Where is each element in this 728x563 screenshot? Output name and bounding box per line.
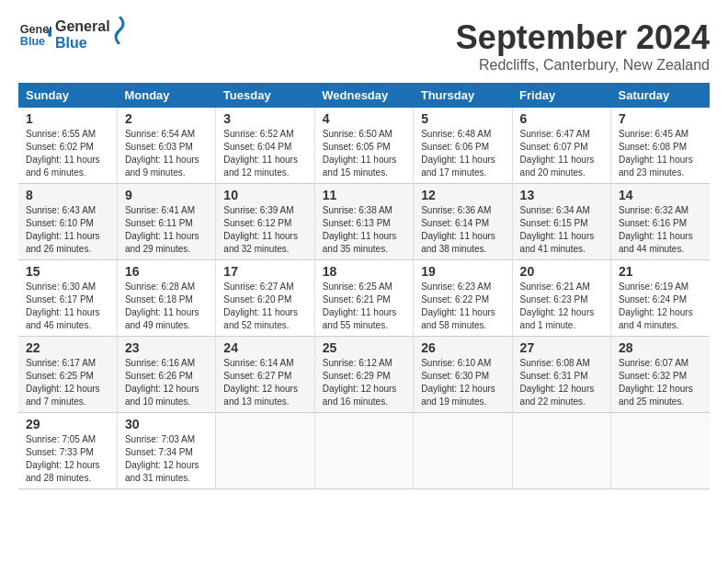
day-number: 24	[223, 340, 306, 355]
day-number: 3	[223, 111, 306, 126]
day-info: Sunrise: 6:23 AMSunset: 6:22 PMDaylight:…	[421, 281, 504, 332]
calendar-week-row: 8Sunrise: 6:43 AMSunset: 6:10 PMDaylight…	[18, 184, 710, 260]
logo-wave-icon	[110, 17, 129, 44]
calendar-cell: 11Sunrise: 6:38 AMSunset: 6:13 PMDayligh…	[314, 184, 413, 260]
day-info: Sunrise: 6:27 AMSunset: 6:20 PMDaylight:…	[223, 281, 306, 332]
day-info: Sunrise: 6:38 AMSunset: 6:13 PMDaylight:…	[323, 204, 405, 256]
calendar-table: SundayMondayTuesdayWednesdayThursdayFrid…	[18, 83, 710, 489]
day-info: Sunrise: 6:41 AMSunset: 6:11 PMDaylight:…	[125, 204, 208, 256]
day-info: Sunrise: 6:47 AMSunset: 6:07 PMDaylight:…	[520, 128, 603, 179]
subtitle: Redcliffs, Canterbury, New Zealand	[456, 57, 710, 74]
day-of-week-header: Wednesday	[314, 83, 413, 108]
day-number: 23	[125, 340, 208, 355]
calendar-cell: 1Sunrise: 6:55 AMSunset: 6:02 PMDaylight…	[18, 108, 117, 184]
day-number: 21	[619, 264, 702, 279]
svg-text:Blue: Blue	[20, 35, 45, 48]
day-number: 18	[323, 264, 405, 279]
calendar-week-row: 22Sunrise: 6:17 AMSunset: 6:25 PMDayligh…	[18, 337, 710, 413]
calendar-cell: 27Sunrise: 6:08 AMSunset: 6:31 PMDayligh…	[512, 337, 610, 413]
day-info: Sunrise: 6:12 AMSunset: 6:29 PMDaylight:…	[323, 357, 405, 408]
calendar-cell: 18Sunrise: 6:25 AMSunset: 6:21 PMDayligh…	[314, 260, 413, 337]
day-number: 11	[323, 188, 405, 202]
calendar-cell: 23Sunrise: 6:16 AMSunset: 6:26 PMDayligh…	[117, 337, 215, 413]
calendar-cell: 12Sunrise: 6:36 AMSunset: 6:14 PMDayligh…	[414, 184, 512, 260]
calendar-cell: 20Sunrise: 6:21 AMSunset: 6:23 PMDayligh…	[512, 260, 610, 337]
day-number: 13	[520, 188, 603, 202]
day-info: Sunrise: 6:55 AMSunset: 6:02 PMDaylight:…	[26, 128, 109, 179]
day-of-week-header: Sunday	[18, 83, 117, 108]
calendar-cell	[414, 413, 512, 489]
calendar-cell: 25Sunrise: 6:12 AMSunset: 6:29 PMDayligh…	[314, 337, 413, 413]
logo-general: General	[55, 18, 110, 35]
day-of-week-header: Friday	[512, 83, 610, 108]
calendar-cell: 24Sunrise: 6:14 AMSunset: 6:27 PMDayligh…	[216, 337, 314, 413]
day-info: Sunrise: 6:30 AMSunset: 6:17 PMDaylight:…	[26, 281, 109, 332]
day-info: Sunrise: 6:08 AMSunset: 6:31 PMDaylight:…	[520, 357, 603, 408]
calendar-week-row: 29Sunrise: 7:05 AMSunset: 7:33 PMDayligh…	[18, 413, 710, 489]
calendar-cell	[216, 413, 314, 489]
day-number: 9	[125, 188, 208, 202]
calendar-cell: 9Sunrise: 6:41 AMSunset: 6:11 PMDaylight…	[117, 184, 215, 260]
day-info: Sunrise: 6:28 AMSunset: 6:18 PMDaylight:…	[125, 281, 208, 332]
day-number: 19	[421, 264, 504, 279]
day-info: Sunrise: 6:32 AMSunset: 6:16 PMDaylight:…	[619, 204, 702, 256]
calendar-cell: 14Sunrise: 6:32 AMSunset: 6:16 PMDayligh…	[611, 184, 710, 260]
calendar-cell	[611, 413, 710, 489]
page-header: General Blue General Blue September 2024…	[18, 18, 710, 74]
day-number: 29	[26, 417, 109, 431]
calendar-cell: 26Sunrise: 6:10 AMSunset: 6:30 PMDayligh…	[414, 337, 512, 413]
day-info: Sunrise: 7:03 AMSunset: 7:34 PMDaylight:…	[125, 433, 208, 485]
day-info: Sunrise: 6:17 AMSunset: 6:25 PMDaylight:…	[26, 357, 109, 408]
day-info: Sunrise: 6:52 AMSunset: 6:04 PMDaylight:…	[223, 128, 306, 179]
day-number: 7	[619, 111, 702, 126]
day-number: 5	[421, 111, 504, 126]
calendar-cell: 17Sunrise: 6:27 AMSunset: 6:20 PMDayligh…	[216, 260, 314, 337]
calendar-cell: 15Sunrise: 6:30 AMSunset: 6:17 PMDayligh…	[18, 260, 117, 337]
day-number: 16	[125, 264, 208, 279]
day-info: Sunrise: 6:21 AMSunset: 6:23 PMDaylight:…	[520, 281, 603, 332]
main-title: September 2024	[456, 18, 710, 57]
calendar-cell	[512, 413, 610, 489]
day-number: 8	[26, 188, 109, 202]
day-info: Sunrise: 6:16 AMSunset: 6:26 PMDaylight:…	[125, 357, 208, 408]
title-section: September 2024 Redcliffs, Canterbury, Ne…	[456, 18, 710, 74]
logo-blue: Blue	[55, 35, 110, 52]
day-number: 15	[26, 264, 109, 279]
day-number: 30	[125, 417, 208, 431]
day-info: Sunrise: 6:25 AMSunset: 6:21 PMDaylight:…	[323, 281, 405, 332]
day-number: 4	[323, 111, 405, 126]
day-number: 27	[520, 340, 603, 355]
calendar-week-row: 1Sunrise: 6:55 AMSunset: 6:02 PMDaylight…	[18, 108, 710, 184]
calendar-cell: 28Sunrise: 6:07 AMSunset: 6:32 PMDayligh…	[611, 337, 710, 413]
day-number: 14	[619, 188, 702, 202]
calendar-cell	[314, 413, 413, 489]
calendar-cell: 10Sunrise: 6:39 AMSunset: 6:12 PMDayligh…	[216, 184, 314, 260]
calendar-cell: 5Sunrise: 6:48 AMSunset: 6:06 PMDaylight…	[414, 108, 512, 184]
calendar-cell: 29Sunrise: 7:05 AMSunset: 7:33 PMDayligh…	[18, 413, 117, 489]
day-info: Sunrise: 6:39 AMSunset: 6:12 PMDaylight:…	[223, 204, 306, 256]
day-number: 6	[520, 111, 603, 126]
day-info: Sunrise: 6:10 AMSunset: 6:30 PMDaylight:…	[421, 357, 504, 408]
day-of-week-header: Saturday	[611, 83, 710, 108]
day-number: 12	[421, 188, 504, 202]
day-of-week-header: Monday	[117, 83, 215, 108]
day-number: 17	[223, 264, 306, 279]
day-number: 26	[421, 340, 504, 355]
day-info: Sunrise: 7:05 AMSunset: 7:33 PMDaylight:…	[26, 433, 109, 485]
day-number: 2	[125, 111, 208, 126]
day-number: 25	[323, 340, 405, 355]
logo-icon: General Blue	[18, 18, 51, 52]
day-number: 10	[223, 188, 306, 202]
day-of-week-header: Tuesday	[216, 83, 314, 108]
calendar-header-row: SundayMondayTuesdayWednesdayThursdayFrid…	[18, 83, 710, 108]
day-info: Sunrise: 6:34 AMSunset: 6:15 PMDaylight:…	[520, 204, 603, 256]
day-info: Sunrise: 6:54 AMSunset: 6:03 PMDaylight:…	[125, 128, 208, 179]
calendar-cell: 6Sunrise: 6:47 AMSunset: 6:07 PMDaylight…	[512, 108, 610, 184]
day-info: Sunrise: 6:43 AMSunset: 6:10 PMDaylight:…	[26, 204, 109, 256]
day-number: 28	[619, 340, 702, 355]
calendar-week-row: 15Sunrise: 6:30 AMSunset: 6:17 PMDayligh…	[18, 260, 710, 337]
day-of-week-header: Thursday	[414, 83, 512, 108]
day-info: Sunrise: 6:36 AMSunset: 6:14 PMDaylight:…	[421, 204, 504, 256]
day-info: Sunrise: 6:07 AMSunset: 6:32 PMDaylight:…	[619, 357, 702, 408]
calendar-cell: 8Sunrise: 6:43 AMSunset: 6:10 PMDaylight…	[18, 184, 117, 260]
